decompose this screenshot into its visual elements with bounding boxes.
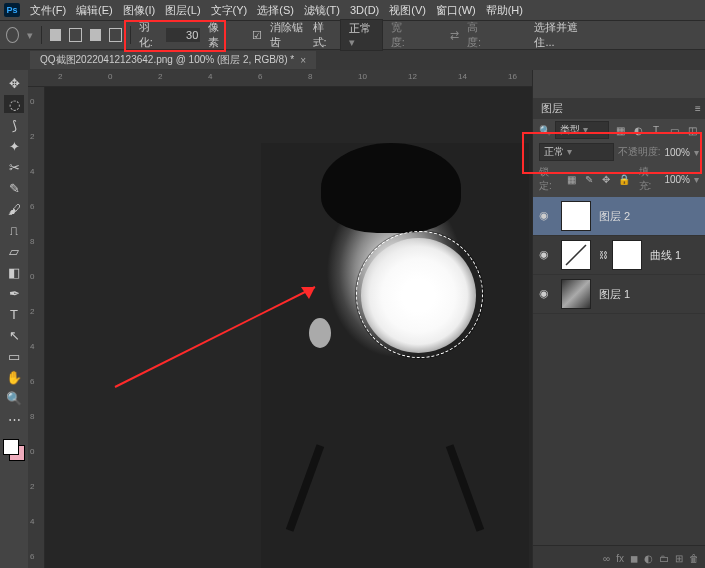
color-swatches[interactable] (3, 439, 25, 461)
edit-toolbar[interactable]: ⋯ (4, 410, 24, 428)
panel-menu-icon[interactable]: ≡ (691, 102, 705, 116)
marquee-selection (356, 231, 483, 358)
move-tool[interactable]: ✥ (4, 74, 24, 92)
height-label: 高度: (467, 20, 487, 50)
fill-value[interactable]: 100% (664, 174, 690, 185)
menu-edit[interactable]: 编辑(E) (76, 3, 113, 18)
fx-icon[interactable]: fx (616, 553, 624, 564)
feather-input[interactable] (166, 28, 200, 42)
type-tool[interactable]: T (4, 305, 24, 323)
menu-file[interactable]: 文件(F) (30, 3, 66, 18)
menu-type[interactable]: 文字(Y) (211, 3, 248, 18)
brush-tool[interactable]: 🖌 (4, 200, 24, 218)
layer-row[interactable]: ◉ 图层 2 (533, 197, 705, 236)
lock-trans-icon[interactable]: ▦ (565, 172, 578, 186)
ps-logo-icon: Ps (4, 3, 20, 17)
lock-pos-icon[interactable]: ✥ (600, 172, 613, 186)
layer-thumbnail[interactable] (561, 201, 591, 231)
menu-select[interactable]: 选择(S) (257, 3, 294, 18)
filter-shape-icon[interactable]: ▭ (667, 123, 681, 137)
layer-row[interactable]: ◉ 图层 1 (533, 275, 705, 314)
quick-select-tool[interactable]: ✦ (4, 137, 24, 155)
visibility-icon[interactable]: ◉ (539, 287, 553, 301)
blend-mode-select[interactable]: 正常 ▾ (539, 143, 614, 161)
close-tab-icon[interactable]: × (300, 55, 306, 66)
link-layers-icon[interactable]: ∞ (603, 553, 610, 564)
opacity-label: 不透明度: (618, 145, 661, 159)
adjustment-icon[interactable]: ◐ (644, 553, 653, 564)
layer-name[interactable]: 图层 2 (599, 209, 630, 224)
style-label: 样式: (313, 20, 333, 50)
adjustment-thumbnail[interactable] (561, 240, 591, 270)
canvas-area: 2 0 2 4 6 8 10 12 14 16 0 2 4 6 8 0 2 4 … (28, 70, 532, 568)
shape-tool[interactable]: ▭ (4, 347, 24, 365)
select-mask-bar (533, 70, 705, 98)
filter-adjust-icon[interactable]: ◐ (631, 123, 645, 137)
selection-subtract-icon[interactable] (90, 29, 101, 41)
mask-icon[interactable]: ◼ (630, 553, 638, 564)
menu-filter[interactable]: 滤镜(T) (304, 3, 340, 18)
right-panels: 图层 ≡ 🔍 类型 ▾ ▦ ◐ T ▭ ◫ 正常 ▾ 不透明度: 100%▾ 锁… (532, 70, 705, 568)
stamp-tool[interactable]: ⎍ (4, 221, 24, 239)
toolbox: ✥ ◌ ⟆ ✦ ✂ ✎ 🖌 ⎍ ▱ ◧ ✒ T ↖ ▭ ✋ 🔍 ⋯ (0, 70, 28, 568)
path-tool[interactable]: ↖ (4, 326, 24, 344)
ellipse-tool-icon[interactable] (6, 27, 19, 43)
document-tab-bar: QQ截图20220412123642.png @ 100% (图层 2, RGB… (0, 50, 705, 70)
link-icon: ⛓ (599, 250, 608, 260)
layer-name[interactable]: 曲线 1 (650, 248, 681, 263)
canvas[interactable] (45, 87, 532, 568)
menu-3d[interactable]: 3D(D) (350, 4, 379, 16)
marquee-tool[interactable]: ◌ (4, 95, 24, 113)
feather-unit: 像素 (208, 20, 225, 50)
menu-layer[interactable]: 图层(L) (165, 3, 200, 18)
search-icon[interactable]: 🔍 (539, 125, 551, 136)
lasso-tool[interactable]: ⟆ (4, 116, 24, 134)
style-select[interactable]: 正常 ▾ (340, 19, 382, 51)
fill-label: 填充: (639, 165, 661, 193)
filter-pixel-icon[interactable]: ▦ (613, 123, 627, 137)
document-tab[interactable]: QQ截图20220412123642.png @ 100% (图层 2, RGB… (30, 51, 316, 69)
layers-panel-footer: ∞ fx ◼ ◐ 🗀 ⊞ 🗑 (533, 545, 705, 568)
eyedropper-tool[interactable]: ✎ (4, 179, 24, 197)
hand-tool[interactable]: ✋ (4, 368, 24, 386)
ruler-vertical: 0 2 4 6 8 0 2 4 6 8 0 2 4 6 (28, 87, 45, 568)
visibility-icon[interactable]: ◉ (539, 209, 553, 223)
delete-icon[interactable]: 🗑 (689, 553, 699, 564)
filter-smart-icon[interactable]: ◫ (685, 123, 699, 137)
menu-window[interactable]: 窗口(W) (436, 3, 476, 18)
layer-thumbnail[interactable] (561, 279, 591, 309)
eraser-tool[interactable]: ▱ (4, 242, 24, 260)
menu-bar: Ps 文件(F) 编辑(E) 图像(I) 图层(L) 文字(Y) 选择(S) 滤… (0, 0, 705, 20)
menu-help[interactable]: 帮助(H) (486, 3, 523, 18)
lock-all-icon[interactable]: 🔒 (617, 172, 630, 186)
layers-panel-tab[interactable]: 图层 (533, 98, 571, 119)
antialias-label[interactable]: 消除锯齿 (270, 20, 305, 50)
lock-paint-icon[interactable]: ✎ (582, 172, 595, 186)
gradient-tool[interactable]: ◧ (4, 263, 24, 281)
fg-color-swatch[interactable] (3, 439, 19, 455)
mask-thumbnail[interactable] (612, 240, 642, 270)
select-and-mask-button[interactable]: 选择并遮住... (534, 20, 585, 50)
zoom-tool[interactable]: 🔍 (4, 389, 24, 407)
selection-intersect-icon[interactable] (109, 28, 122, 42)
layer-row[interactable]: ◉ ⛓ 曲线 1 (533, 236, 705, 275)
layers-list: ◉ 图层 2 ◉ ⛓ 曲线 1 ◉ 图层 1 (533, 197, 705, 545)
width-label: 宽度: (391, 20, 411, 50)
lock-label: 锁定: (539, 165, 561, 193)
layer-kind-select[interactable]: 类型 ▾ (555, 121, 609, 139)
options-bar: ▾ 羽化: 像素 ☑消除锯齿 样式: 正常 ▾ 宽度: ⇄ 高度: 选择并遮住.… (0, 20, 705, 50)
filter-type-icon[interactable]: T (649, 123, 663, 137)
opacity-value[interactable]: 100% (664, 147, 690, 158)
new-layer-icon[interactable]: ⊞ (675, 553, 683, 564)
visibility-icon[interactable]: ◉ (539, 248, 553, 262)
ruler-horizontal: 2 0 2 4 6 8 10 12 14 16 (28, 70, 532, 87)
menu-view[interactable]: 视图(V) (389, 3, 426, 18)
menu-image[interactable]: 图像(I) (123, 3, 155, 18)
layer-name[interactable]: 图层 1 (599, 287, 630, 302)
selection-new-icon[interactable] (50, 29, 61, 41)
document-title: QQ截图20220412123642.png @ 100% (图层 2, RGB… (40, 53, 294, 67)
selection-add-icon[interactable] (69, 28, 82, 42)
crop-tool[interactable]: ✂ (4, 158, 24, 176)
pen-tool[interactable]: ✒ (4, 284, 24, 302)
group-icon[interactable]: 🗀 (659, 553, 669, 564)
